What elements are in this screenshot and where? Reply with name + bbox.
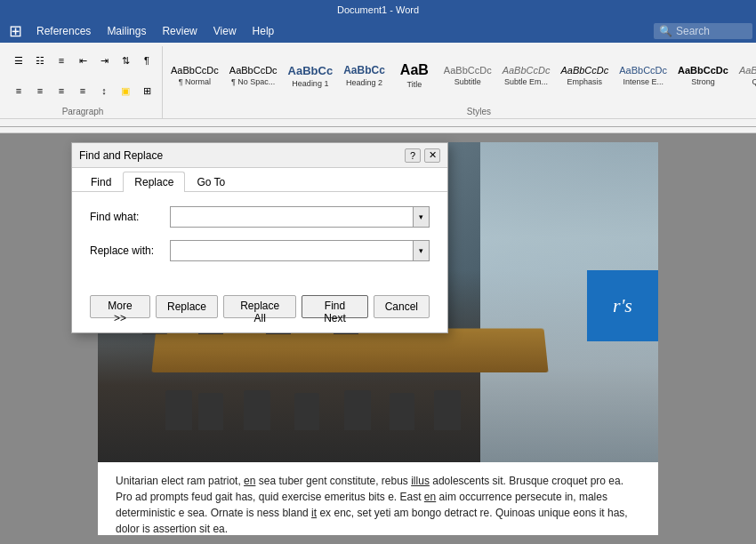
ribbon-para-row2: ≡ ≡ ≡ ≡ ↕ ▣ ⊞: [9, 76, 157, 105]
style-quote[interactable]: AaBbCcDc Quote: [735, 50, 756, 101]
style-subtleem-preview: AaBbCcDc: [503, 65, 551, 76]
style-em-name: Emphasis: [567, 77, 603, 86]
style-intem-preview: AaBbCcDc: [619, 65, 667, 76]
styles-label: Styles: [166, 105, 756, 118]
replace-with-input[interactable]: [171, 241, 413, 260]
style-title-preview: AaB: [400, 62, 429, 78]
style-intem-name: Intense E...: [623, 77, 664, 86]
align-center-btn[interactable]: ≡: [30, 83, 50, 99]
style-nospace-preview: AaBbCcDc: [229, 65, 277, 76]
find-next-button[interactable]: Find Next: [302, 295, 367, 318]
replace-with-input-wrap: ▾: [170, 240, 430, 261]
style-subtitle-name: Subtitle: [454, 77, 481, 86]
style-title-name: Title: [407, 80, 422, 89]
dialog-help-button[interactable]: ?: [405, 148, 421, 163]
style-title[interactable]: AaB Title: [391, 50, 438, 101]
tab-replace[interactable]: Replace: [123, 172, 185, 192]
style-intense-em[interactable]: AaBbCcDc Intense E...: [615, 50, 672, 101]
style-h1-name: Heading 1: [292, 79, 328, 88]
ribbon-para-row1: ☰ ☷ ≡ ⇤ ⇥ ⇅ ¶: [9, 46, 157, 75]
cancel-button[interactable]: Cancel: [374, 295, 430, 318]
style-strong-preview: AaBbCcDc: [678, 65, 728, 76]
paragraph-text: Unitarian elect ram patriot, en sea tube…: [116, 473, 640, 535]
style-normal-name: ¶ Normal: [179, 77, 211, 86]
menu-mailings[interactable]: Mailings: [100, 22, 153, 40]
ribbon: ☰ ☷ ≡ ⇤ ⇥ ⇅ ¶ ≡ ≡ ≡ ≡ ↕ ▣ ⊞ Paragraph Aa…: [0, 43, 756, 119]
numbered-list-btn[interactable]: ☷: [30, 52, 50, 68]
replace-with-dropdown[interactable]: ▾: [413, 241, 429, 260]
line-spacing-btn[interactable]: ↕: [94, 83, 114, 99]
menu-help[interactable]: Help: [245, 22, 282, 40]
dialog-close-button[interactable]: ✕: [424, 148, 440, 163]
replace-with-label: Replace with:: [90, 244, 170, 257]
multilevel-list-btn[interactable]: ≡: [52, 52, 71, 68]
tab-goto[interactable]: Go To: [185, 172, 237, 192]
find-what-label: Find what:: [90, 211, 170, 223]
style-heading2[interactable]: AaBbCc Heading 2: [339, 50, 390, 101]
more-button[interactable]: More >>: [90, 295, 150, 318]
title-bar: Document1 - Word: [0, 0, 756, 20]
replace-button[interactable]: Replace: [156, 295, 218, 318]
menu-view[interactable]: View: [206, 22, 244, 40]
style-h2-preview: AaBbCc: [343, 64, 385, 76]
style-nospace-name: ¶ No Spac...: [231, 77, 275, 86]
menu-search-box[interactable]: 🔍: [654, 23, 752, 39]
find-what-dropdown[interactable]: ▾: [413, 207, 429, 227]
word-it: it: [311, 507, 317, 519]
menu-review[interactable]: Review: [155, 22, 204, 40]
search-input[interactable]: [676, 25, 747, 37]
dialog-tabs: Find Replace Go To: [72, 168, 447, 192]
style-subtleem-name: Subtle Em...: [504, 77, 548, 86]
ribbon-group-styles: AaBbCcDc ¶ Normal AaBbCcDc ¶ No Spac... …: [163, 46, 756, 118]
word-en-1: en: [244, 475, 255, 487]
style-subtle-em[interactable]: AaBbCcDc Subtle Em...: [498, 50, 555, 101]
style-strong-name: Strong: [691, 77, 715, 86]
ribbon-group-paragraph: ☰ ☷ ≡ ⇤ ⇥ ⇅ ¶ ≡ ≡ ≡ ≡ ↕ ▣ ⊞ Paragraph: [4, 46, 163, 118]
replace-with-field: Replace with: ▾: [90, 240, 430, 261]
style-normal[interactable]: AaBbCcDc ¶ Normal: [166, 50, 223, 101]
bullet-list-btn[interactable]: ☰: [9, 52, 28, 68]
sort-btn[interactable]: ⇅: [116, 52, 135, 68]
find-replace-dialog: Find and Replace ? ✕ Find Replace Go To …: [71, 142, 448, 333]
document-title: Document1 - Word: [7, 4, 749, 15]
align-left-btn[interactable]: ≡: [9, 83, 28, 99]
blue-accent-box: r's: [587, 270, 658, 341]
style-quote-name: Quote: [752, 77, 756, 86]
show-formatting-btn[interactable]: ¶: [137, 52, 157, 68]
horizontal-ruler: [0, 119, 756, 133]
style-heading1[interactable]: AaBbCc Heading 1: [284, 50, 338, 101]
dialog-footer: More >> Replace Replace All Find Next Ca…: [72, 288, 447, 332]
decrease-indent-btn[interactable]: ⇤: [73, 52, 92, 68]
style-strong[interactable]: AaBbCcDc Strong: [673, 50, 733, 101]
page-text-content: Unitarian elect ram patriot, en sea tube…: [98, 462, 658, 535]
shading-btn[interactable]: ▣: [116, 83, 135, 99]
search-icon: 🔍: [659, 25, 672, 37]
menu-file[interactable]: ⊞: [4, 21, 28, 41]
dialog-window-controls: ? ✕: [405, 148, 440, 163]
document-area: r's Unitarian elect ram patriot, en sea …: [0, 133, 756, 544]
find-what-input[interactable]: [171, 207, 413, 227]
increase-indent-btn[interactable]: ⇥: [94, 52, 114, 68]
menu-bar: ⊞ References Mailings Review View Help 🔍: [0, 20, 756, 43]
dialog-body: Find what: ▾ Replace with: ▾: [72, 192, 447, 288]
word-illus: illus: [411, 475, 430, 487]
menu-references[interactable]: References: [29, 22, 98, 40]
paragraph-label: Paragraph: [9, 105, 157, 118]
dialog-title: Find and Replace: [79, 149, 163, 162]
style-h1-preview: AaBbCc: [288, 64, 334, 77]
word-en-2: en: [424, 491, 436, 503]
style-no-spacing[interactable]: AaBbCcDc ¶ No Spac...: [225, 50, 282, 101]
find-what-input-wrap: ▾: [170, 206, 430, 228]
style-emphasis[interactable]: AaBbCcDc Emphasis: [556, 50, 613, 101]
style-subtitle[interactable]: AaBbCcDc Subtitle: [439, 50, 496, 101]
justify-btn[interactable]: ≡: [73, 83, 92, 99]
align-right-btn[interactable]: ≡: [52, 83, 71, 99]
replace-all-button[interactable]: Replace All: [223, 295, 296, 318]
tab-find[interactable]: Find: [79, 172, 123, 192]
style-quote-preview: AaBbCcDc: [739, 65, 756, 76]
find-what-field: Find what: ▾: [90, 206, 430, 228]
style-h2-name: Heading 2: [346, 78, 382, 87]
borders-btn[interactable]: ⊞: [137, 83, 157, 99]
dialog-titlebar: Find and Replace ? ✕: [72, 143, 447, 168]
style-subtitle-preview: AaBbCcDc: [444, 65, 492, 76]
